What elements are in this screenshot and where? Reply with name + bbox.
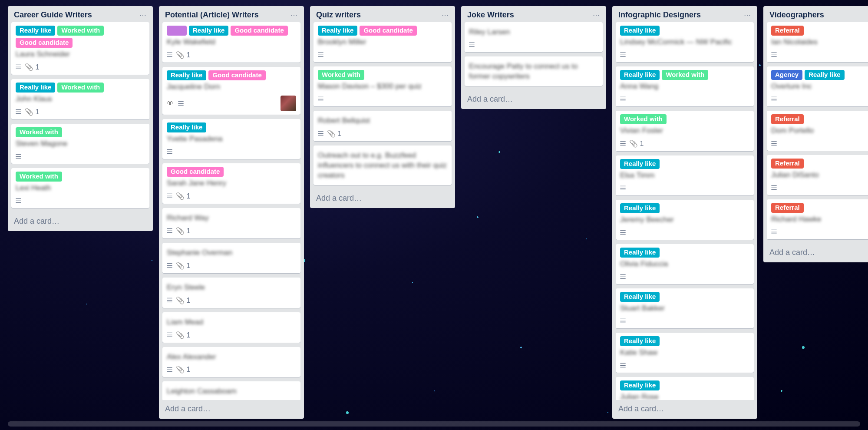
list-menu-icon[interactable]: ⋯	[138, 11, 149, 19]
card[interactable]: Good candidateSarah Jane Henry 1	[162, 163, 300, 204]
card-label[interactable]: Good candidate	[231, 26, 287, 36]
card-label[interactable]: Worked with	[57, 26, 104, 36]
card-label[interactable]: Worked with	[16, 172, 62, 182]
card-label[interactable]: Worked with	[57, 83, 104, 93]
card[interactable]: Really likeElsa Timm	[616, 155, 754, 195]
card[interactable]: Worked withVivian Foster 1	[616, 111, 754, 151]
card[interactable]: Worked withSteven Magone	[11, 124, 149, 164]
card[interactable]: Stephanie Overman 1	[162, 243, 300, 273]
card[interactable]: Really likeWorked withGood candidateLaur…	[11, 22, 149, 75]
card-labels: Worked with	[16, 127, 145, 137]
card-label[interactable]: Worked with	[318, 70, 364, 80]
card-label[interactable]: Really like	[620, 203, 660, 213]
attachment-icon	[176, 261, 185, 270]
card-label[interactable]: Really like	[318, 26, 357, 36]
card-label[interactable]: Really like	[620, 380, 660, 390]
list: Videographers⋯ReferralIan NicolaidesAgen…	[763, 6, 868, 262]
card[interactable]: Really likeStuart Bakker	[616, 288, 754, 328]
card-label[interactable]: Really like	[620, 70, 660, 80]
card-label[interactable]: Good candidate	[208, 70, 265, 80]
attachment-badge: 1	[327, 129, 341, 138]
list: Joke Writers⋯Riley LarsenEncourage Patty…	[461, 6, 606, 109]
card[interactable]: Alex Alexander 1	[162, 347, 300, 377]
card-label[interactable]: Really like	[189, 26, 228, 36]
card[interactable]: ReferralDom Portello	[767, 111, 868, 151]
card-title: Ian Nicolaides	[771, 37, 868, 47]
card[interactable]: Really likeKatie Shaw	[616, 333, 754, 373]
list-menu-icon[interactable]: ⋯	[742, 11, 753, 19]
card[interactable]: Really likeLindsey McCormick — NW Pacifi…	[616, 22, 754, 62]
list-title[interactable]: Career Guide Writers	[14, 10, 92, 20]
card-label[interactable]: Really like	[620, 248, 660, 258]
card-badges	[16, 152, 145, 160]
list-menu-icon[interactable]: ⋯	[289, 11, 300, 19]
card-label[interactable]	[167, 26, 187, 36]
card-label[interactable]: Really like	[620, 336, 660, 346]
card[interactable]: Leighton Cassaboam	[162, 381, 300, 400]
card-label[interactable]: Really like	[620, 159, 660, 169]
card-label[interactable]: Good candidate	[167, 167, 224, 177]
card-label[interactable]: Really like	[805, 70, 844, 80]
horizontal-scrollbar[interactable]	[8, 421, 860, 427]
list-title[interactable]: Joke Writers	[467, 10, 514, 20]
list-title[interactable]: Infographic Designers	[618, 10, 701, 20]
list-menu-icon[interactable]: ⋯	[440, 11, 451, 19]
card[interactable]: Eryn Steele 1	[162, 278, 300, 308]
add-card-button[interactable]: Add a card…	[159, 400, 304, 419]
card-label[interactable]: Agency	[771, 70, 802, 80]
list-title[interactable]: Videographers	[769, 10, 824, 20]
card[interactable]: Really likeGood candidateKyle Wakefield …	[162, 22, 300, 63]
list-title[interactable]: Quiz writers	[316, 10, 361, 20]
card-label[interactable]: Worked with	[16, 127, 62, 137]
card-label[interactable]: Really like	[167, 70, 206, 80]
add-card-button[interactable]: Add a card…	[763, 244, 868, 262]
card[interactable]: Encourage Patty to connect us to former …	[465, 56, 603, 86]
card-label[interactable]: Really like	[167, 122, 206, 132]
card-label[interactable]: Referral	[771, 203, 804, 213]
add-card-button[interactable]: Add a card…	[310, 189, 455, 208]
card-label[interactable]: Worked with	[620, 114, 667, 124]
card[interactable]: Outreach out to e.g. Buzzfeed influencer…	[314, 146, 452, 185]
attachment-badge: 1	[176, 365, 190, 374]
card[interactable]: Richard Way 1	[162, 208, 300, 238]
card[interactable]: Really likeYvette Pasadena	[162, 119, 300, 159]
card-labels: Really likeGood candidate	[167, 26, 296, 36]
card-label[interactable]: Referral	[771, 114, 804, 124]
card-label[interactable]: Worked with	[662, 70, 708, 80]
card[interactable]: Riley Larsen	[465, 22, 603, 52]
card-label[interactable]: Really like	[620, 292, 660, 302]
card-label[interactable]: Good candidate	[360, 26, 416, 36]
card-label[interactable]: Referral	[771, 26, 804, 36]
card[interactable]: Really likeOlivia Fiduccia	[616, 244, 754, 284]
list-title[interactable]: Potential (Article) Writers	[165, 10, 259, 20]
card[interactable]: Really likeGood candidateJacqueline Dorn	[162, 67, 300, 115]
card[interactable]: AgencyReally likeOverture Inc	[767, 66, 868, 106]
add-card-button[interactable]: Add a card…	[8, 212, 153, 231]
card[interactable]: ReferralIan Nicolaides	[767, 22, 868, 62]
card[interactable]: Liam Mead 1	[162, 312, 300, 343]
card[interactable]: Really likeJulian Rose	[616, 377, 754, 400]
card-label[interactable]: Referral	[771, 159, 804, 169]
description-icon	[16, 108, 20, 116]
card[interactable]: Really likeWorked withJohn Klaus 1	[11, 79, 149, 119]
card[interactable]: Really likeWorked withAnna Wang	[616, 66, 754, 106]
card-badges	[771, 184, 868, 192]
card[interactable]: ReferralRichard Hawke	[767, 199, 868, 239]
cards-container: Really likeWorked withGood candidateLaur…	[8, 22, 153, 212]
list-menu-icon[interactable]: ⋯	[591, 11, 602, 19]
add-card-button[interactable]: Add a card…	[612, 400, 757, 419]
card[interactable]: Worked withMason Davison – $300 per quiz	[314, 66, 452, 106]
card-label[interactable]: Good candidate	[16, 38, 73, 48]
card[interactable]: Really likeJeremy Beecher	[616, 200, 754, 240]
card-label[interactable]: Really like	[620, 26, 660, 36]
card-label[interactable]: Really like	[16, 83, 55, 93]
add-card-button[interactable]: Add a card…	[461, 90, 606, 109]
avatar[interactable]	[281, 96, 296, 111]
card-badges	[167, 96, 296, 111]
card[interactable]: Robert Bellquist 1	[314, 111, 452, 141]
card-badges: 1	[620, 139, 749, 148]
card-label[interactable]: Really like	[16, 26, 55, 36]
card[interactable]: ReferralJulian DiSanto	[767, 155, 868, 195]
card[interactable]: Really likeGood candidateBrooklyn Miller	[314, 22, 452, 62]
card[interactable]: Worked withLexi Heath	[11, 168, 149, 208]
